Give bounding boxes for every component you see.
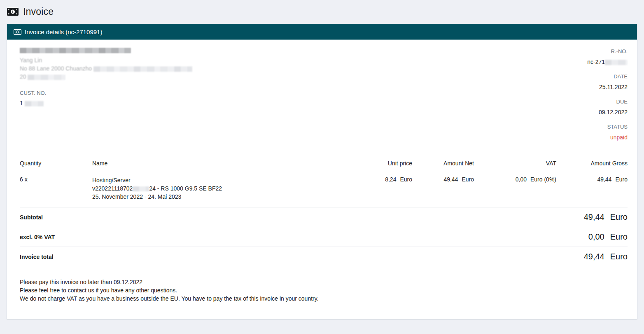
meta-date: DATE 25.11.2022: [587, 73, 628, 91]
item-amount-gross: 49,44Euro: [556, 176, 628, 201]
invoice-meta-block: R.-NO. nc-271 DATE 25.11.2022 DUE 09.12.…: [587, 47, 628, 158]
invoice-details-card: Invoice details (nc-2710991) Yang Lin No…: [7, 24, 637, 320]
date-label: DATE: [587, 73, 628, 80]
summary-total-row: Invoice total 49,44Euro: [20, 247, 628, 266]
col-header-unit-price: Unit price: [350, 160, 412, 167]
r-no-label: R.-NO.: [587, 48, 628, 55]
meta-invoice-number: R.-NO. nc-271: [587, 48, 628, 66]
item-quantity: 6 x: [20, 176, 92, 201]
customer-street: No 88 Lane 2000 Chuanzho: [20, 64, 192, 73]
status-badge: unpaid: [587, 133, 628, 141]
item-name: Hosting/Server v22022111870224 - RS 1000…: [92, 176, 350, 201]
date-value: 25.11.2022: [587, 83, 628, 91]
cust-no-label: CUST. NO.: [20, 89, 192, 97]
col-header-amount-gross: Amount Gross: [556, 160, 628, 167]
col-header-vat: VAT: [474, 160, 556, 167]
redacted-company-name: [20, 48, 131, 53]
meta-status: STATUS unpaid: [587, 123, 628, 141]
page-header: Invoice: [0, 0, 644, 19]
invoice-summary: Subtotal 49,44Euro excl. 0% VAT 0,00Euro…: [20, 207, 628, 266]
due-label: DUE: [587, 98, 628, 106]
item-name-line3: 25. November 2022 - 24. Mai 2023: [92, 193, 350, 201]
item-name-line2: v22022111870224 - RS 1000 G9.5 SE BF22: [92, 184, 350, 193]
redacted-invoice-number: [605, 60, 628, 65]
invoice-items-table: Quantity Name Unit price Amount Net VAT …: [20, 158, 628, 207]
footer-line-contact: Please feel free to contact us if you ha…: [20, 286, 628, 294]
redacted-server-id: [133, 186, 149, 191]
vat-label: excl. 0% VAT: [20, 234, 55, 240]
summary-vat-row: excl. 0% VAT 0,00Euro: [20, 227, 628, 247]
customer-address-block: Yang Lin No 88 Lane 2000 Chuanzho 20 CUS…: [20, 47, 192, 158]
redacted-street: [93, 66, 192, 72]
col-header-name: Name: [92, 160, 350, 167]
col-header-quantity: Quantity: [20, 160, 92, 167]
card-title: Invoice details (nc-2710991): [25, 28, 102, 35]
invoice-total-value: 49,44Euro: [584, 252, 628, 261]
item-unit-price: 8,24Euro: [350, 176, 412, 201]
page-title: Invoice: [23, 6, 54, 17]
due-value: 09.12.2022: [587, 108, 628, 116]
item-name-line1: Hosting/Server: [92, 176, 350, 184]
invoice-top-section: Yang Lin No 88 Lane 2000 Chuanzho 20 CUS…: [20, 47, 628, 158]
redacted-cust-no: [25, 101, 44, 106]
money-bill-icon: [14, 29, 21, 35]
vat-value: 0,00Euro: [588, 232, 628, 242]
footer-line-vat-info: We do not charge VAT as you have a busin…: [20, 294, 628, 303]
table-row: 6 x Hosting/Server v22022111870224 - RS …: [20, 171, 628, 207]
cust-no-value: 1: [20, 99, 192, 107]
summary-subtotal-row: Subtotal 49,44Euro: [20, 207, 628, 227]
status-label: STATUS: [587, 123, 628, 131]
r-no-value: nc-271: [587, 58, 628, 66]
customer-postal: 20: [20, 73, 192, 81]
footer-line-payment: Please pay this invoice no later than 09…: [20, 278, 628, 286]
meta-due: DUE 09.12.2022: [587, 98, 628, 116]
redacted-postal: [28, 75, 65, 80]
invoice-card-body: Yang Lin No 88 Lane 2000 Chuanzho 20 CUS…: [7, 40, 637, 319]
customer-name: Yang Lin: [20, 56, 192, 64]
col-header-amount-net: Amount Net: [412, 160, 474, 167]
subtotal-label: Subtotal: [20, 214, 43, 221]
item-amount-net: 49,44Euro: [412, 176, 474, 201]
invoice-total-label: Invoice total: [20, 254, 54, 260]
items-table-header: Quantity Name Unit price Amount Net VAT …: [20, 158, 628, 171]
subtotal-value: 49,44Euro: [584, 212, 628, 222]
invoice-footer-note: Please pay this invoice no later than 09…: [20, 278, 628, 303]
item-vat: 0,00Euro (0%): [474, 176, 556, 201]
money-bill-icon: [7, 8, 19, 16]
invoice-details-card-header: Invoice details (nc-2710991): [7, 24, 637, 40]
